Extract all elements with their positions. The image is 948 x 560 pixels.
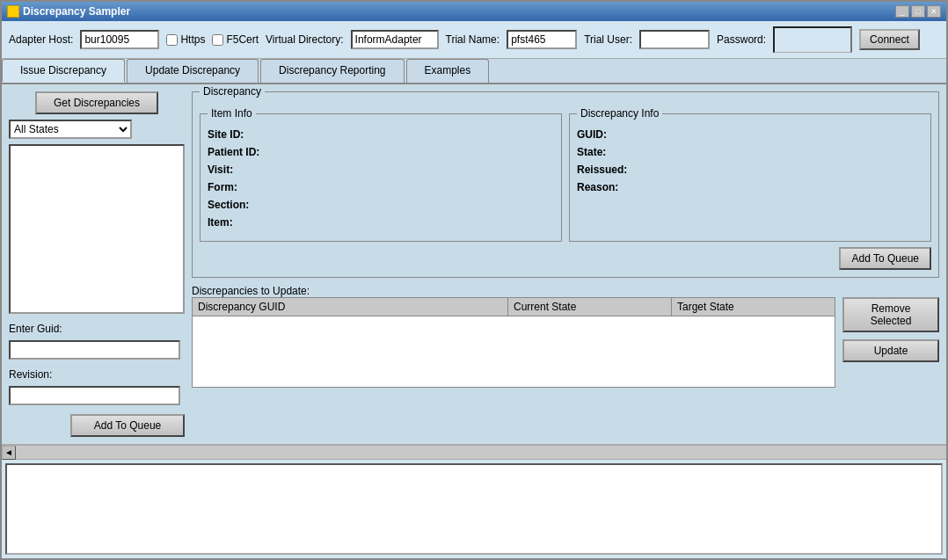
tab-discrepancy-reporting[interactable]: Discrepancy Reporting (260, 59, 404, 83)
minimize-button[interactable]: _ (895, 5, 909, 18)
section-label: Section: (208, 199, 278, 211)
enter-guid-label: Enter Guid: (9, 323, 185, 335)
discrepancy-info-group: Discrepancy Info GUID: State: Reissued: (569, 113, 931, 242)
adapter-host-input[interactable] (80, 30, 159, 49)
states-select[interactable]: All States Open Closed Pending (9, 120, 132, 139)
patient-id-label: Patient ID: (208, 146, 278, 158)
update-table-area: Discrepancy GUID Current State Target St… (192, 297, 939, 388)
virtual-directory-label: Virtual Directory: (266, 33, 343, 46)
update-button[interactable]: Update (842, 339, 939, 362)
col-guid: Discrepancy GUID (193, 298, 508, 316)
guid-row: GUID: (577, 128, 923, 141)
item-info-legend: Item Info (208, 107, 256, 120)
content-area: Get Discrepancies All States Open Closed… (2, 84, 946, 444)
discrepancies-to-update-label: Discrepancies to Update: (192, 285, 939, 297)
trial-user-label: Trial User: (584, 33, 632, 46)
table-body (193, 316, 835, 387)
discrepancy-group: Discrepancy Item Info Site ID: (192, 91, 939, 278)
main-window: Discrepancy Sampler _ □ ✕ Adapter Host: … (0, 0, 948, 560)
window-title: Discrepancy Sampler (23, 5, 130, 18)
scroll-bar: ◄ (2, 446, 946, 460)
visit-row: Visit: (208, 164, 554, 176)
discrepancies-to-update-section: Discrepancies to Update: Discrepancy GUI… (192, 285, 939, 388)
visit-label: Visit: (208, 164, 278, 176)
tab-update-discrepancy[interactable]: Update Discrepancy (127, 59, 259, 83)
tab-examples[interactable]: Examples (406, 59, 490, 83)
section-row: Section: (208, 199, 554, 211)
discrepancy-info-legend: Discrepancy Info (577, 107, 662, 120)
title-bar: Discrepancy Sampler _ □ ✕ (2, 2, 946, 21)
adapter-host-label: Adapter Host: (9, 33, 73, 46)
enter-guid-input[interactable] (9, 340, 180, 360)
add-to-queue-left-button[interactable]: Add To Queue (70, 414, 185, 437)
patient-id-row: Patient ID: (208, 146, 554, 158)
connect-button[interactable]: Connect (859, 29, 920, 50)
right-panel: Discrepancy Item Info Site ID: (192, 91, 939, 437)
item-info-group: Item Info Site ID: Patient ID: Visit: (200, 113, 562, 242)
site-id-row: Site ID: (208, 128, 554, 141)
table-header: Discrepancy GUID Current State Target St… (193, 298, 835, 316)
revision-input[interactable] (9, 386, 180, 405)
scroll-left-arrow[interactable]: ◄ (2, 446, 16, 460)
reason-row: Reason: (577, 181, 923, 193)
reissued-label: Reissued: (577, 164, 647, 176)
password-label: Password: (717, 33, 766, 46)
get-discrepancies-button[interactable]: Get Discrepancies (35, 91, 158, 114)
toolbar: Adapter Host: Https F5Cert Virtual Direc… (2, 21, 946, 59)
trial-name-label: Trial Name: (446, 33, 500, 46)
col-target-state: Target State (672, 298, 835, 316)
reissued-row: Reissued: (577, 164, 923, 176)
form-label: Form: (208, 181, 278, 193)
state-row: State: (577, 146, 923, 158)
f5cert-label: F5Cert (226, 33, 259, 46)
reason-label: Reason: (577, 181, 647, 193)
restore-button[interactable]: □ (911, 5, 925, 18)
item-row: Item: (208, 216, 554, 229)
virtual-directory-input[interactable] (351, 30, 439, 49)
log-area (5, 463, 943, 555)
trial-name-input[interactable] (507, 30, 577, 49)
state-label: State: (577, 146, 647, 158)
left-panel: Get Discrepancies All States Open Closed… (9, 91, 185, 437)
issue-discrepancy-panel: Get Discrepancies All States Open Closed… (2, 84, 946, 444)
add-to-queue-right-button[interactable]: Add To Queue (839, 247, 931, 270)
https-checkbox[interactable] (166, 34, 178, 46)
tab-issue-discrepancy[interactable]: Issue Discrepancy (2, 59, 125, 83)
discrepancy-group-legend: Discrepancy (200, 85, 265, 98)
f5cert-checkbox[interactable] (212, 34, 223, 46)
item-label: Item: (208, 216, 278, 229)
update-buttons: Remove Selected Update (842, 297, 939, 388)
discrepancy-inner: Item Info Site ID: Patient ID: Visit: (200, 106, 931, 242)
site-id-label: Site ID: (208, 128, 278, 141)
bottom-area: ◄ (2, 444, 946, 558)
remove-selected-button[interactable]: Remove Selected (842, 297, 939, 332)
https-label: Https (180, 33, 205, 46)
close-button[interactable]: ✕ (927, 5, 941, 18)
guid-label: GUID: (577, 128, 647, 141)
app-icon (7, 5, 19, 18)
tabs-bar: Issue Discrepancy Update Discrepancy Dis… (2, 59, 946, 84)
col-current-state: Current State (508, 298, 672, 316)
discrepancy-list[interactable] (9, 144, 185, 314)
revision-label: Revision: (9, 368, 185, 381)
trial-user-input[interactable] (639, 30, 710, 49)
states-dropdown-area: All States Open Closed Pending (9, 120, 185, 139)
discrepancy-update-table: Discrepancy GUID Current State Target St… (192, 297, 835, 388)
form-row: Form: (208, 181, 554, 193)
password-input[interactable] (773, 26, 852, 53)
